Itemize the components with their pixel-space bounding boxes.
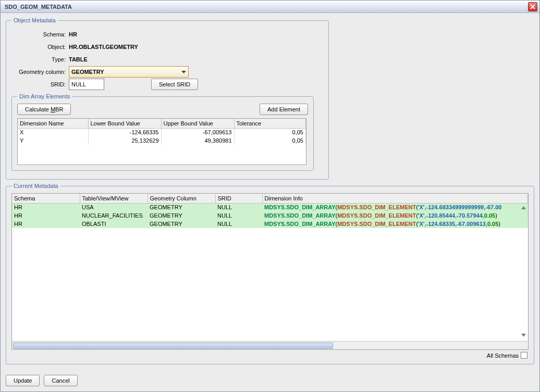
cell: GEOMETRY bbox=[148, 211, 215, 220]
titlebar[interactable]: SDO_GEOM_METADATA bbox=[1, 1, 539, 13]
add-element-button[interactable]: Add Element bbox=[260, 104, 308, 115]
label-type: Type: bbox=[11, 56, 69, 62]
cell-upper: 49,380981 bbox=[161, 136, 234, 145]
all-schemas-checkbox[interactable] bbox=[521, 352, 527, 359]
dialog-window: SDO_GEOM_METADATA Object Metadata Schema… bbox=[0, 0, 540, 392]
cell: NULL bbox=[215, 211, 262, 220]
value-schema: HR bbox=[69, 31, 77, 37]
cell: GEOMETRY bbox=[148, 220, 215, 228]
cell-lower: -124,68335 bbox=[88, 128, 161, 136]
label-srid: SRID: bbox=[11, 81, 69, 87]
dim-array-legend: Dim Array Elements bbox=[17, 93, 72, 99]
cell-tolerance: 0,05 bbox=[234, 128, 306, 136]
cell-upper: -67,009613 bbox=[161, 128, 234, 136]
scroll-up-icon[interactable] bbox=[520, 204, 527, 211]
cell: GEOMETRY bbox=[148, 203, 215, 211]
col-table[interactable]: Table/View/MView bbox=[80, 194, 148, 203]
label-schema: Schema: bbox=[11, 31, 69, 37]
col-geom[interactable]: Geometry Column bbox=[148, 194, 215, 203]
dim-array-group: Dim Array Elements Calculate MBR Add Ele… bbox=[11, 93, 314, 171]
current-metadata-group: Current Metadata Schema Table/View/MView… bbox=[6, 183, 534, 364]
window-title: SDO_GEOM_METADATA bbox=[5, 4, 528, 10]
col-schema[interactable]: Schema bbox=[12, 194, 80, 203]
cell-diminfo: MDSYS.SDO_DIM_ARRAY(MDSYS.SDO_DIM_ELEMEN… bbox=[262, 220, 528, 228]
dialog-body: Object Metadata Schema: HR Object: HR.OB… bbox=[1, 13, 539, 372]
col-dim-name[interactable]: Dimension Name bbox=[18, 119, 88, 128]
cell: NULL bbox=[215, 203, 262, 211]
metadata-table[interactable]: Schema Table/View/MView Geometry Column … bbox=[11, 193, 529, 350]
cell: HR bbox=[12, 211, 80, 220]
calculate-mbr-button[interactable]: Calculate MBR bbox=[17, 104, 71, 115]
table-row[interactable]: X -124,68335 -67,009613 0,05 bbox=[18, 128, 306, 136]
object-metadata-legend: Object Metadata bbox=[11, 17, 58, 23]
cell: NULL bbox=[215, 220, 262, 228]
srid-value: NULL bbox=[71, 81, 86, 87]
label-geom-col: Geometry column: bbox=[11, 69, 69, 75]
cell: HR bbox=[12, 220, 80, 228]
cell-lower: 25,132629 bbox=[88, 136, 161, 145]
close-button[interactable] bbox=[528, 2, 537, 11]
value-type: TABLE bbox=[69, 56, 88, 62]
geometry-column-value: GEOMETRY bbox=[71, 69, 104, 75]
col-diminfo[interactable]: Dimension Info bbox=[262, 194, 528, 203]
horizontal-scrollbar[interactable] bbox=[12, 341, 528, 349]
update-button[interactable]: Update bbox=[6, 375, 40, 386]
current-metadata-legend: Current Metadata bbox=[11, 183, 60, 189]
object-metadata-group: Object Metadata Schema: HR Object: HR.OB… bbox=[6, 17, 329, 180]
table-row[interactable]: HRNUCLEAR_FACILITIESGEOMETRYNULLMDSYS.SD… bbox=[12, 211, 528, 220]
label-object: Object: bbox=[11, 44, 69, 50]
cell: NUCLEAR_FACILITIES bbox=[80, 211, 148, 220]
close-icon bbox=[530, 4, 535, 9]
geometry-column-select[interactable]: GEOMETRY bbox=[69, 66, 189, 78]
cell: OBLASTI bbox=[80, 220, 148, 228]
scroll-down-icon[interactable] bbox=[520, 332, 527, 339]
dim-array-table[interactable]: Dimension Name Lower Bound Value Upper B… bbox=[17, 118, 306, 165]
scrollbar-thumb[interactable] bbox=[13, 343, 333, 349]
cell: HR bbox=[12, 203, 80, 211]
value-object: HR.OBLASTI.GEOMETRY bbox=[69, 44, 138, 50]
table-row[interactable]: Y 25,132629 49,380981 0,05 bbox=[18, 136, 306, 145]
chevron-down-icon bbox=[181, 69, 186, 75]
col-srid[interactable]: SRID bbox=[215, 194, 262, 203]
dialog-footer: Update Cancel bbox=[1, 372, 539, 391]
srid-input[interactable]: NULL bbox=[69, 79, 104, 90]
select-srid-button[interactable]: Select SRID bbox=[151, 79, 198, 90]
col-lower[interactable]: Lower Bound Value bbox=[88, 119, 161, 128]
col-upper[interactable]: Upper Bound Value bbox=[161, 119, 234, 128]
cell-tolerance: 0,05 bbox=[234, 136, 306, 145]
cell-dim-name: X bbox=[18, 128, 88, 136]
col-tolerance[interactable]: Tolerance bbox=[234, 119, 306, 128]
table-row[interactable]: HRUSAGEOMETRYNULLMDSYS.SDO_DIM_ARRAY(MDS… bbox=[12, 203, 528, 211]
all-schemas-label: All Schemas bbox=[487, 352, 519, 359]
cell-dim-name: Y bbox=[18, 136, 88, 145]
cancel-button[interactable]: Cancel bbox=[44, 375, 77, 386]
cell-diminfo: MDSYS.SDO_DIM_ARRAY(MDSYS.SDO_DIM_ELEMEN… bbox=[262, 211, 528, 220]
table-row[interactable]: HROBLASTIGEOMETRYNULLMDSYS.SDO_DIM_ARRAY… bbox=[12, 220, 528, 228]
cell-diminfo: MDSYS.SDO_DIM_ARRAY(MDSYS.SDO_DIM_ELEMEN… bbox=[262, 203, 528, 211]
cell: USA bbox=[80, 203, 148, 211]
